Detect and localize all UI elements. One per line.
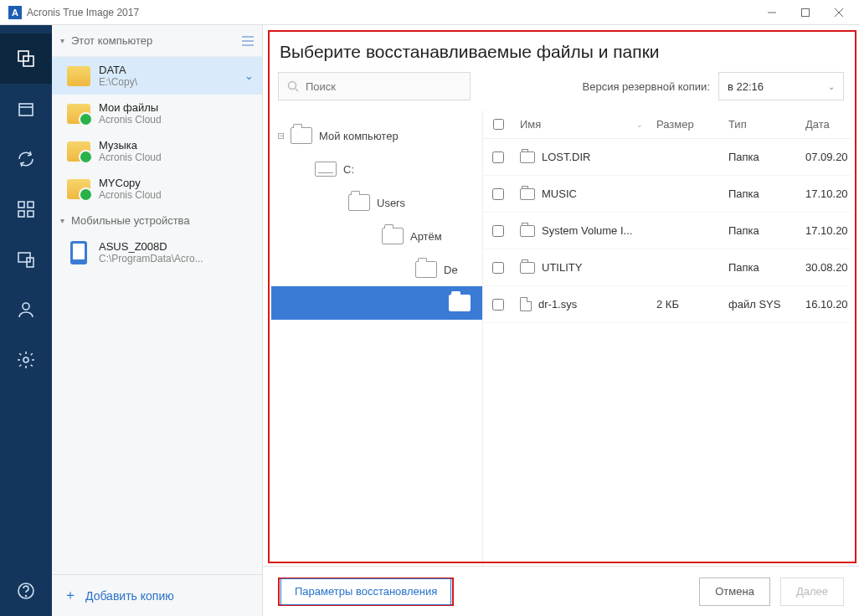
chevron-down-icon[interactable]: ⌄ bbox=[244, 69, 254, 82]
svg-rect-8 bbox=[18, 202, 24, 208]
collapse-icon[interactable]: − bbox=[278, 133, 284, 139]
sidebar-item-music[interactable]: Музыка Acronis Cloud bbox=[52, 132, 262, 170]
svg-rect-9 bbox=[28, 202, 33, 208]
folder-icon bbox=[520, 262, 535, 274]
file-date: 07.09.20 bbox=[799, 151, 851, 163]
svg-rect-10 bbox=[18, 211, 24, 217]
nav-settings-icon[interactable] bbox=[0, 335, 52, 385]
plus-icon: ＋ bbox=[64, 587, 77, 604]
file-row[interactable]: LOST.DIRПапка07.09.20 bbox=[483, 139, 851, 176]
folder-icon bbox=[520, 225, 535, 237]
row-checkbox[interactable] bbox=[492, 262, 504, 274]
recovery-params-button[interactable]: Параметры восстановления bbox=[278, 578, 454, 606]
svg-rect-6 bbox=[19, 104, 33, 116]
tree-row[interactable]: − Мой компьютер bbox=[271, 119, 482, 152]
app-icon: A bbox=[8, 6, 22, 19]
version-select[interactable]: в 22:16 ⌄ bbox=[718, 72, 844, 100]
svg-rect-1 bbox=[802, 8, 810, 16]
column-size[interactable]: Размер bbox=[650, 110, 722, 138]
search-input[interactable] bbox=[278, 72, 471, 100]
row-checkbox[interactable] bbox=[492, 188, 504, 200]
file-icon bbox=[520, 297, 532, 311]
folder-cloud-icon bbox=[67, 141, 90, 162]
nav-archive-icon[interactable] bbox=[0, 84, 52, 134]
svg-point-17 bbox=[26, 596, 27, 597]
sidebar-item-name: Мои файлы bbox=[99, 101, 162, 114]
nav-devices-icon[interactable] bbox=[0, 234, 52, 285]
file-list: Имя⌄ Размер Тип Дата LOST.DIRПапка07.09.… bbox=[482, 110, 851, 566]
maximize-button[interactable] bbox=[789, 1, 822, 24]
sidebar-item-name: MYCopy bbox=[99, 177, 162, 189]
sidebar-item-data[interactable]: DATA E:\Copy\ ⌄ bbox=[52, 57, 262, 95]
tree-row[interactable]: De bbox=[271, 253, 482, 286]
folder-icon bbox=[415, 261, 437, 278]
sidebar-section-label: Мобильные устройства bbox=[71, 214, 190, 227]
folder-icon bbox=[291, 127, 312, 144]
folder-cloud-icon bbox=[67, 179, 90, 199]
row-checkbox[interactable] bbox=[492, 151, 504, 163]
column-name[interactable]: Имя⌄ bbox=[513, 110, 650, 138]
file-date: 16.10.20 bbox=[799, 298, 851, 311]
file-type: Папка bbox=[722, 187, 799, 200]
file-list-header: Имя⌄ Размер Тип Дата bbox=[483, 110, 851, 139]
add-backup-button[interactable]: ＋ Добавить копию bbox=[52, 574, 262, 616]
nav-help-icon[interactable] bbox=[0, 566, 52, 616]
search-field[interactable] bbox=[306, 80, 461, 93]
nav-backup-icon[interactable] bbox=[0, 33, 52, 84]
search-icon bbox=[287, 80, 299, 92]
file-row[interactable]: dr-1.sys2 КБфайл SYS16.10.20 bbox=[483, 286, 851, 323]
column-date[interactable]: Дата bbox=[799, 110, 851, 138]
sidebar-item-asus[interactable]: ASUS_Z008D C:\ProgramData\Acro... bbox=[52, 234, 262, 271]
next-button[interactable]: Далее bbox=[780, 578, 844, 606]
row-checkbox[interactable] bbox=[492, 299, 504, 311]
sidebar-item-sub: Acronis Cloud bbox=[99, 189, 162, 201]
file-row[interactable]: System Volume I...Папка17.10.20 bbox=[483, 213, 851, 249]
file-name: System Volume I... bbox=[542, 224, 632, 237]
folder-icon bbox=[520, 151, 535, 163]
add-backup-label: Добавить копию bbox=[85, 589, 174, 603]
close-button[interactable] bbox=[822, 1, 856, 24]
version-value: в 22:16 bbox=[728, 80, 764, 93]
tree-label: Мой компьютер bbox=[319, 130, 399, 142]
chevron-down-icon: ▾ bbox=[60, 36, 64, 45]
select-all-checkbox[interactable] bbox=[493, 119, 504, 130]
tree-row[interactable]: Users bbox=[271, 186, 482, 219]
tree-label: De bbox=[444, 264, 458, 276]
folder-icon bbox=[382, 228, 404, 244]
row-checkbox[interactable] bbox=[492, 225, 504, 237]
chevron-down-icon: ▾ bbox=[60, 216, 64, 225]
file-name: LOST.DIR bbox=[542, 151, 591, 163]
content-footer: Параметры восстановления Отмена Далее bbox=[263, 566, 859, 616]
minimize-button[interactable] bbox=[755, 1, 789, 24]
tree-row[interactable]: Артём bbox=[271, 219, 482, 253]
folder-cloud-icon bbox=[67, 104, 90, 124]
page-title: Выберите восстанавливаемые файлы и папки bbox=[263, 25, 859, 72]
sidebar-item-name: ASUS_Z008D bbox=[99, 240, 203, 253]
file-row[interactable]: UTILITYПапка30.08.20 bbox=[483, 249, 851, 286]
nav-sync-icon[interactable] bbox=[0, 134, 52, 184]
sidebar-item-mycopy[interactable]: MYCopy Acronis Cloud bbox=[52, 170, 262, 208]
file-type: Папка bbox=[722, 151, 799, 163]
file-type: Папка bbox=[722, 261, 799, 274]
menu-icon[interactable] bbox=[242, 36, 254, 46]
file-type: файл SYS bbox=[722, 298, 799, 311]
svg-point-21 bbox=[289, 82, 296, 90]
version-label: Версия резервной копии: bbox=[583, 80, 710, 93]
tree-label: Users bbox=[377, 197, 405, 209]
sidebar-section-mobile[interactable]: ▾ Мобильные устройства bbox=[52, 208, 262, 234]
svg-rect-11 bbox=[28, 211, 33, 217]
tree-row[interactable] bbox=[271, 286, 482, 320]
nav-account-icon[interactable] bbox=[0, 285, 52, 335]
sidebar-item-sub: C:\ProgramData\Acro... bbox=[99, 253, 203, 264]
nav-dashboard-icon[interactable] bbox=[0, 184, 52, 234]
file-date: 30.08.20 bbox=[799, 261, 851, 274]
sidebar-header[interactable]: ▾ Этот компьютер bbox=[52, 25, 262, 57]
file-type: Папка bbox=[722, 224, 799, 237]
sort-icon: ⌄ bbox=[636, 121, 643, 129]
tree-row[interactable]: C: bbox=[271, 152, 482, 186]
folder-icon bbox=[449, 295, 471, 311]
file-row[interactable]: MUSICПапка17.10.20 bbox=[483, 176, 851, 213]
column-type[interactable]: Тип bbox=[722, 110, 799, 138]
sidebar-item-myfiles[interactable]: Мои файлы Acronis Cloud bbox=[52, 95, 262, 132]
cancel-button[interactable]: Отмена bbox=[699, 578, 770, 606]
